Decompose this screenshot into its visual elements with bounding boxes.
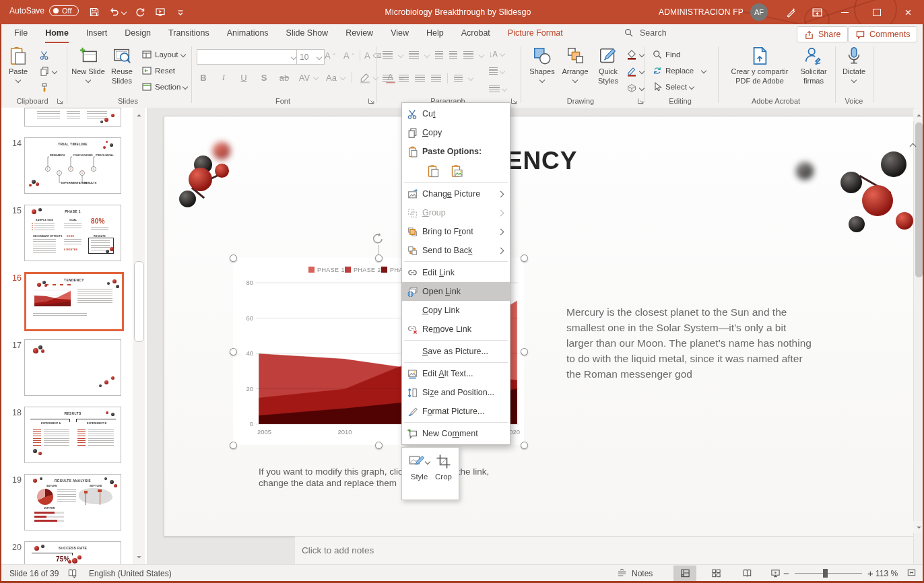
tab-view[interactable]: View <box>382 24 418 43</box>
tab-help[interactable]: Help <box>418 24 453 43</box>
character-spacing-button[interactable]: AV <box>298 73 311 83</box>
menu-item-save-as-picture[interactable]: Save as Picture... <box>402 342 510 361</box>
zoom-in-button[interactable]: + <box>867 565 873 582</box>
underline-button[interactable]: U <box>237 73 251 83</box>
menu-item-copy-link[interactable]: Copy Link <box>402 301 510 320</box>
numbering-button[interactable] <box>409 51 419 59</box>
ribbon-display-options-icon[interactable] <box>812 7 823 18</box>
paragraph-dialog-launcher[interactable] <box>510 98 517 104</box>
customize-quick-access-button[interactable] <box>170 5 191 20</box>
selection-handle-bottom-left[interactable] <box>230 442 237 449</box>
copy-button[interactable] <box>39 66 57 77</box>
slide-caption-text[interactable]: If you want to modify this graph, click … <box>259 467 516 489</box>
align-center-button[interactable] <box>399 75 409 82</box>
create-pdf-button[interactable]: Crear y compartir PDF de Adobe <box>726 46 793 86</box>
arrange-button[interactable]: Arrange <box>559 46 591 82</box>
scrollbar-thumb[interactable] <box>134 261 144 342</box>
menu-item-size-and-position[interactable]: Size and Position... <box>402 383 510 402</box>
picture-style-button[interactable]: Style <box>409 454 430 500</box>
slide-thumbnail-18[interactable]: RESULTS EXPERIMENT A EXPERIMENT B <box>24 407 121 463</box>
menu-item-new-comment[interactable]: New Comment <box>402 424 510 443</box>
comments-button[interactable]: Comments <box>848 26 917 42</box>
slide-thumbnail-partial[interactable] <box>24 108 121 127</box>
selection-handle-top-left[interactable] <box>230 254 237 262</box>
menu-item-send-to-back[interactable]: Send to Back <box>402 241 510 260</box>
change-case-button[interactable]: Aa <box>325 73 338 83</box>
save-button[interactable] <box>84 5 104 20</box>
selection-handle-bottom-right[interactable] <box>521 442 528 449</box>
fit-slide-button[interactable] <box>900 565 923 580</box>
highlight-color-button[interactable] <box>359 71 371 83</box>
shape-fill-button[interactable] <box>626 49 644 60</box>
font-size-combobox[interactable]: 10 <box>296 49 325 65</box>
selection-handle-bottom-middle[interactable] <box>375 442 383 449</box>
replace-button[interactable]: Replace <box>652 65 706 76</box>
slide-sorter-view-button[interactable] <box>704 565 727 581</box>
request-signatures-button[interactable]: Solicitar firmas <box>796 46 831 86</box>
text-direction-button[interactable]: ↓A <box>489 50 504 58</box>
slide-thumbnail-14[interactable]: TRIAL TIMELINE RESEARCH CONCLUSIONS PREC… <box>24 137 121 194</box>
bullets-button[interactable] <box>383 51 393 59</box>
maximize-button[interactable] <box>861 0 892 24</box>
selection-handle-top-right[interactable] <box>521 254 528 262</box>
slide-thumbnail-19[interactable]: RESULTS ANALYSIS SATURN NEPTUNE JUPITER <box>24 474 121 530</box>
notes-toggle-button[interactable]: Notes <box>617 565 653 582</box>
minimize-button[interactable] <box>829 0 861 24</box>
tab-home[interactable]: Home <box>36 24 77 43</box>
spellcheck-button[interactable] <box>67 565 77 582</box>
thumbnail-scrollbar[interactable] <box>133 108 145 564</box>
tab-review[interactable]: Review <box>337 24 382 43</box>
select-button[interactable]: Select <box>652 81 694 92</box>
rotate-handle[interactable] <box>371 232 385 256</box>
menu-item-remove-link[interactable]: Remove Link <box>402 320 510 339</box>
start-slideshow-button[interactable] <box>150 5 170 20</box>
font-dialog-launcher[interactable] <box>368 98 374 104</box>
menu-item-format-picture[interactable]: Format Picture... <box>402 402 510 421</box>
zoom-slider-track[interactable] <box>795 573 862 574</box>
language-indicator[interactable]: English (United States) <box>89 565 172 582</box>
crop-button[interactable]: Crop <box>435 454 452 500</box>
menu-item-edit-link[interactable]: Edit Link <box>402 263 510 282</box>
strikethrough-button[interactable]: ab <box>277 73 291 83</box>
line-spacing-button[interactable] <box>463 51 473 59</box>
reading-view-button[interactable] <box>735 565 758 581</box>
clear-formatting-button[interactable]: A⌫ <box>364 50 381 61</box>
increase-indent-button[interactable] <box>449 51 457 59</box>
normal-view-button[interactable] <box>673 565 696 581</box>
undo-button[interactable] <box>104 5 130 20</box>
find-button[interactable]: Find <box>652 49 680 60</box>
dictate-button[interactable]: Dictate <box>839 46 869 82</box>
format-painter-button[interactable] <box>39 82 50 93</box>
text-shadow-button[interactable]: S <box>257 73 271 83</box>
tab-slide-show[interactable]: Slide Show <box>277 24 337 43</box>
search-box[interactable]: Search <box>624 28 667 38</box>
section-button[interactable]: Section <box>141 81 187 92</box>
reset-button[interactable]: Reset <box>141 65 175 76</box>
align-right-button[interactable] <box>415 75 425 82</box>
menu-item-group[interactable]: Group <box>402 203 510 222</box>
zoom-slider-thumb[interactable] <box>823 569 828 578</box>
slide-counter[interactable]: Slide 16 of 39 <box>9 565 59 582</box>
tab-design[interactable]: Design <box>116 24 160 43</box>
menu-item-change-picture[interactable]: Change Picture <box>402 184 510 203</box>
zoom-level[interactable]: 113 % <box>876 565 898 582</box>
tab-acrobat[interactable]: Acrobat <box>453 24 499 43</box>
selection-handle-top-middle[interactable] <box>375 254 383 262</box>
italic-button[interactable]: I <box>217 72 230 83</box>
menu-item-bring-to-front[interactable]: Bring to Front <box>402 222 510 241</box>
slide-thumbnail-20[interactable]: SUCCESS RATE 75% <box>24 541 121 565</box>
tab-animations[interactable]: Animations <box>218 24 277 43</box>
shrink-font-button[interactable]: Aˇ <box>343 50 354 61</box>
slide-body-text[interactable]: Mercury is the closest planet to the Sun… <box>566 305 814 382</box>
paste-as-picture-button[interactable] <box>447 162 466 180</box>
shape-outline-button[interactable] <box>626 66 644 77</box>
bold-button[interactable]: B <box>197 73 210 83</box>
paste-keep-source-formatting-button[interactable] <box>424 162 442 180</box>
menu-item-edit-alt-text[interactable]: Edit Alt Text... <box>402 364 510 383</box>
slide-thumbnail-15[interactable]: PHASE 1 SAMPLE SIZE GOAL 80% SECONDARY E… <box>24 205 121 261</box>
layout-button[interactable]: Layout <box>141 49 185 60</box>
scroll-down-button[interactable] <box>133 551 145 563</box>
avatar[interactable]: AF <box>750 3 768 21</box>
notes-placeholder[interactable]: Click to add notes <box>302 545 374 555</box>
close-button[interactable]: × <box>892 0 924 24</box>
